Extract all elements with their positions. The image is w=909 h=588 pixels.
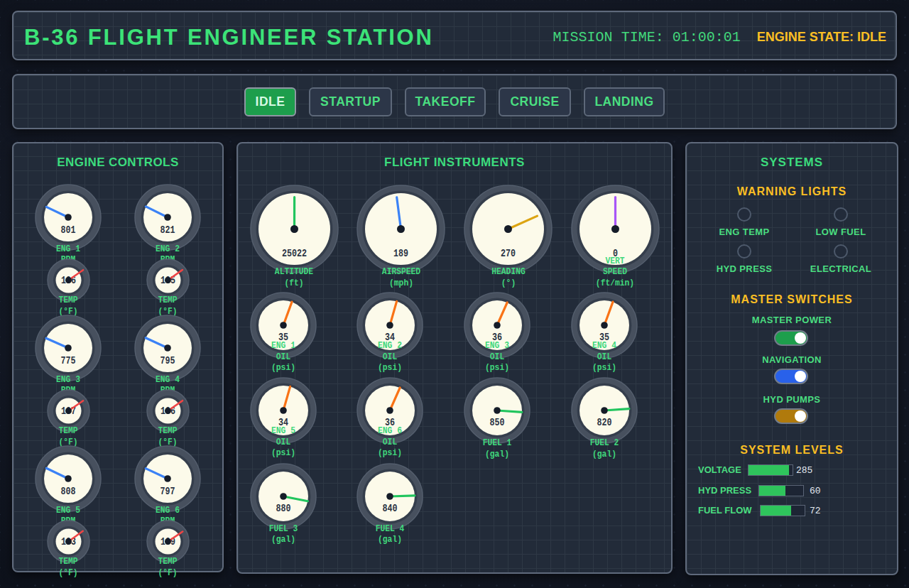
svg-text:801: 801 bbox=[61, 224, 76, 236]
svg-text:797: 797 bbox=[160, 486, 175, 498]
svg-text:820: 820 bbox=[597, 417, 612, 429]
svg-text:880: 880 bbox=[276, 503, 290, 515]
svg-text:775: 775 bbox=[61, 355, 76, 367]
svg-text:840: 840 bbox=[383, 503, 398, 515]
svg-text:850: 850 bbox=[490, 417, 505, 429]
svg-text:808: 808 bbox=[61, 486, 76, 498]
svg-text:189: 189 bbox=[393, 247, 408, 259]
svg-text:795: 795 bbox=[160, 355, 175, 367]
svg-text:821: 821 bbox=[160, 224, 175, 236]
svg-text:25022: 25022 bbox=[282, 247, 307, 259]
svg-text:270: 270 bbox=[501, 247, 516, 259]
